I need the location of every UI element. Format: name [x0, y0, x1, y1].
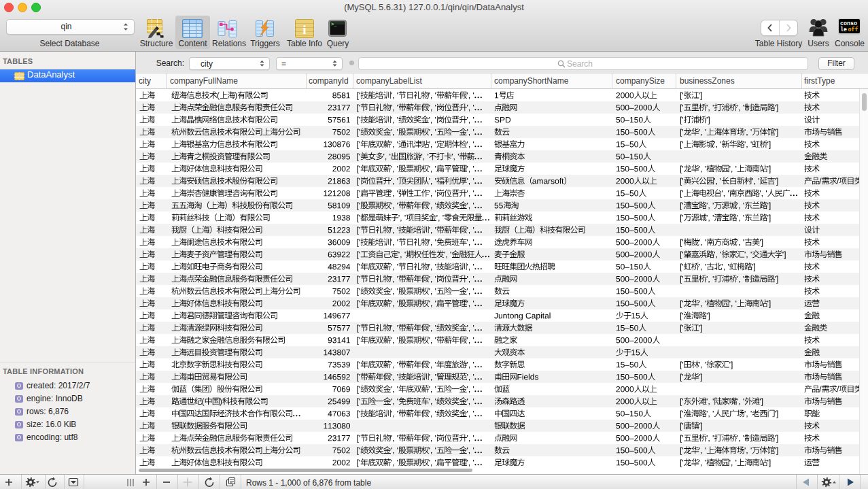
svg-text:>_: >_: [331, 22, 337, 27]
svg-text:le: le: [840, 27, 847, 33]
svg-text:i: i: [302, 22, 306, 37]
svg-text:off: off: [848, 27, 858, 33]
